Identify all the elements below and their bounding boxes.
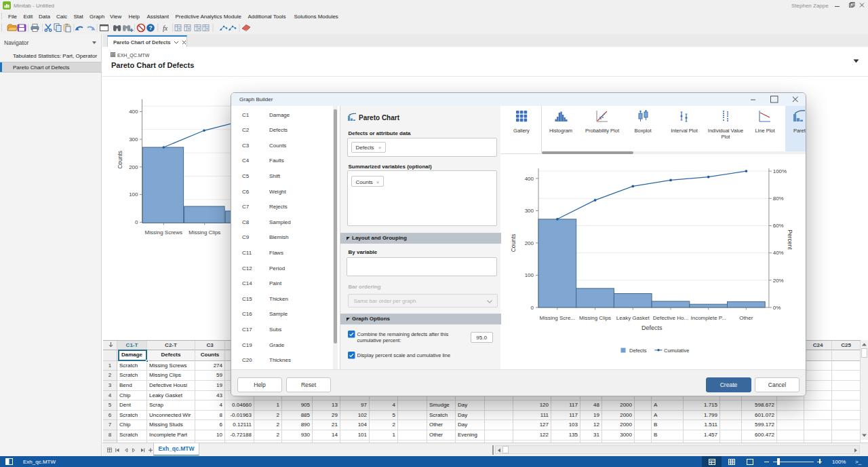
svg-text:400: 400 bbox=[129, 109, 138, 115]
svg-text:Defects: Defects bbox=[629, 348, 647, 354]
svg-text:80%: 80% bbox=[773, 195, 784, 202]
svg-text:0: 0 bbox=[135, 219, 138, 225]
svg-text:60%: 60% bbox=[773, 223, 784, 229]
svg-text:100: 100 bbox=[525, 272, 534, 278]
svg-text:Incomplete P...: Incomplete P... bbox=[690, 315, 726, 321]
svg-text:Missing Clips: Missing Clips bbox=[579, 315, 611, 321]
svg-text:200: 200 bbox=[525, 240, 534, 246]
svg-text:Missing Screws: Missing Screws bbox=[145, 229, 183, 236]
svg-text:0: 0 bbox=[531, 305, 534, 311]
svg-text:Missing Clips: Missing Clips bbox=[189, 229, 220, 236]
svg-text:300: 300 bbox=[525, 208, 534, 214]
svg-text:Leaky Gasket: Leaky Gasket bbox=[616, 315, 650, 321]
svg-text:Defects: Defects bbox=[642, 324, 663, 331]
svg-text:0%: 0% bbox=[773, 305, 781, 311]
svg-text:Counts: Counts bbox=[117, 151, 123, 169]
svg-text:400: 400 bbox=[525, 176, 534, 182]
svg-text:?: ? bbox=[149, 24, 152, 31]
svg-text:fx: fx bbox=[163, 24, 168, 32]
svg-text:Missing Scre...: Missing Scre... bbox=[540, 315, 575, 321]
svg-text:40%: 40% bbox=[773, 250, 784, 256]
svg-text:Counts: Counts bbox=[511, 234, 517, 252]
svg-text:100%: 100% bbox=[773, 168, 787, 174]
svg-text:Cumulative: Cumulative bbox=[664, 348, 690, 354]
svg-text:200: 200 bbox=[129, 164, 138, 170]
svg-text:Other: Other bbox=[739, 315, 753, 321]
svg-text:300: 300 bbox=[129, 136, 138, 143]
svg-text:Defective Ho...: Defective Ho... bbox=[653, 315, 688, 321]
svg-text:100: 100 bbox=[129, 191, 138, 198]
svg-text:20%: 20% bbox=[773, 278, 784, 284]
svg-text:Percent: Percent bbox=[787, 229, 793, 250]
